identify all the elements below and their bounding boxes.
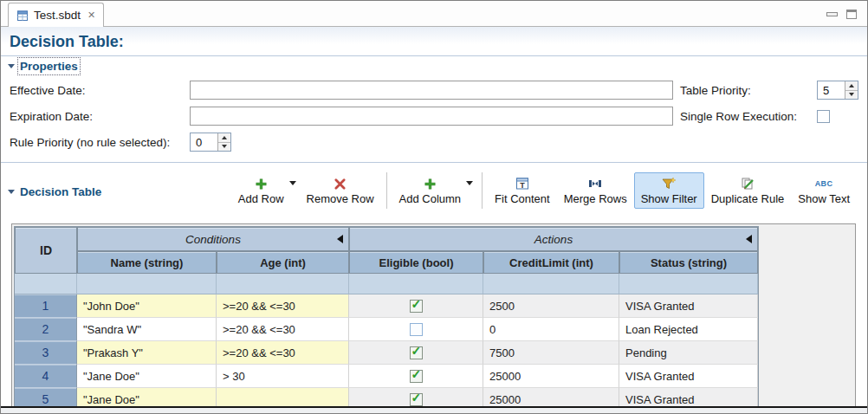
age-cell[interactable]: >=20 && <=30: [217, 341, 349, 365]
eligible-checkbox[interactable]: [410, 346, 423, 359]
abc-icon: ABC: [815, 176, 833, 191]
creditlimit-cell[interactable]: 7500: [483, 341, 619, 365]
row-id-cell[interactable]: 1: [15, 294, 77, 318]
merge-rows-button[interactable]: Merge Rows: [557, 172, 634, 209]
name-cell[interactable]: "Prakash Y": [77, 341, 217, 365]
arrow-up-icon: [849, 84, 854, 87]
row-id-cell[interactable]: 4: [15, 365, 77, 388]
expiration-date-label: Expiration Date:: [10, 110, 190, 123]
decision-table-section-label: Decision Table: [20, 185, 101, 198]
editor-tab[interactable]: Test.sbdt ✕: [8, 3, 104, 27]
name-cell[interactable]: "Sandra W": [77, 318, 217, 341]
name-cell[interactable]: "Jane Doe": [77, 365, 217, 388]
chevron-down-icon: [8, 190, 15, 194]
show-filter-button[interactable]: Show Filter: [634, 172, 704, 209]
single-row-execution-checkbox[interactable]: [817, 110, 830, 123]
properties-section-label: Properties: [20, 60, 78, 73]
filter-cell[interactable]: [15, 274, 77, 294]
creditlimit-cell[interactable]: 0: [483, 318, 619, 341]
show-text-button[interactable]: ABC Show Text: [791, 172, 857, 209]
filter-cell[interactable]: [217, 274, 349, 294]
single-row-execution-label: Single Row Execution:: [680, 110, 817, 123]
effective-date-label: Effective Date:: [10, 84, 190, 97]
duplicate-rule-button[interactable]: Duplicate Rule: [704, 172, 792, 209]
effective-date-input[interactable]: [190, 81, 673, 100]
row-id-cell[interactable]: 3: [15, 341, 77, 365]
toolbar-separator: [482, 172, 483, 209]
rule-priority-value[interactable]: 0: [191, 133, 217, 151]
arrow-down-icon: [222, 145, 227, 148]
rule-priority-spinner[interactable]: 0: [190, 133, 231, 152]
table-priority-label: Table Priority:: [680, 84, 817, 97]
eligible-checkbox[interactable]: [410, 393, 423, 406]
dropdown-arrow-icon[interactable]: [466, 181, 473, 185]
conditions-group-header[interactable]: Conditions: [77, 227, 349, 251]
id-column-header[interactable]: ID: [15, 227, 77, 274]
table-priority-spinner[interactable]: 5: [817, 81, 858, 100]
age-cell[interactable]: >=20 && <=30: [217, 318, 349, 341]
arrow-up-icon: [222, 136, 227, 139]
column-header-creditlimit[interactable]: CreditLimit (int): [483, 251, 619, 274]
age-cell[interactable]: >=20 && <=30: [217, 294, 349, 318]
add-icon: [255, 176, 268, 191]
status-cell[interactable]: VISA Granted: [619, 365, 758, 388]
add-column-button[interactable]: Add Column: [392, 172, 469, 209]
dropdown-arrow-icon[interactable]: [289, 181, 296, 185]
eligible-checkbox[interactable]: [410, 300, 423, 313]
tab-bar: Test.sbdt ✕: [1, 1, 867, 27]
status-cell[interactable]: VISA Granted: [619, 294, 758, 318]
status-cell[interactable]: Pending: [619, 341, 758, 365]
column-header-name[interactable]: Name (string): [77, 251, 217, 274]
expiration-date-input[interactable]: [190, 107, 673, 126]
spinner-up-button[interactable]: [845, 81, 858, 90]
eligible-cell[interactable]: [349, 365, 483, 388]
filter-cell[interactable]: [349, 274, 483, 294]
chevron-down-icon: [8, 64, 15, 68]
minimize-icon[interactable]: [826, 12, 838, 16]
row-id-cell[interactable]: 2: [15, 318, 77, 341]
eligible-cell[interactable]: [349, 294, 483, 318]
filter-icon: [662, 176, 676, 191]
creditlimit-cell[interactable]: 2500: [483, 294, 619, 318]
eligible-cell[interactable]: [349, 341, 483, 365]
spinner-down-button[interactable]: [218, 142, 230, 152]
filter-cell[interactable]: [483, 274, 619, 294]
column-header-status[interactable]: Status (string): [619, 251, 758, 274]
fit-content-button[interactable]: T Fit Content: [488, 172, 557, 209]
duplicate-icon: [741, 176, 755, 191]
eligible-checkbox[interactable]: [410, 370, 423, 383]
collapse-left-icon[interactable]: [337, 235, 343, 243]
tab-close-icon[interactable]: ✕: [87, 10, 95, 21]
rule-priority-label: Rule Priority (no rule selected):: [10, 136, 190, 149]
eligible-checkbox[interactable]: [410, 323, 423, 336]
tab-title: Test.sbdt: [34, 9, 81, 22]
actions-group-header[interactable]: Actions: [349, 227, 758, 251]
maximize-icon[interactable]: [846, 10, 857, 19]
decision-table-section-toggle[interactable]: Decision Table: [1, 163, 101, 218]
column-header-eligible[interactable]: Eligible (bool): [349, 251, 483, 274]
collapse-left-icon[interactable]: [746, 235, 752, 243]
spinner-up-button[interactable]: [218, 133, 230, 142]
remove-row-button[interactable]: Remove Row: [300, 172, 381, 209]
add-row-button[interactable]: Add Row: [231, 172, 291, 209]
creditlimit-cell[interactable]: 25000: [483, 365, 619, 388]
status-cell[interactable]: Loan Rejected: [619, 318, 758, 341]
editor-window: Test.sbdt ✕ Decision Table: Properties E…: [0, 0, 868, 414]
filter-cell[interactable]: [619, 274, 758, 294]
toolbar-separator: [386, 172, 387, 209]
spinner-down-button[interactable]: [845, 90, 858, 100]
merge-rows-icon: [588, 176, 602, 191]
arrow-down-icon: [849, 93, 854, 96]
eligible-cell[interactable]: [349, 318, 483, 341]
table-priority-value[interactable]: 5: [818, 81, 845, 99]
fit-content-icon: T: [515, 176, 529, 191]
svg-text:T: T: [520, 181, 525, 190]
filter-cell[interactable]: [77, 274, 217, 294]
column-header-age[interactable]: Age (int): [217, 251, 349, 274]
name-cell[interactable]: "John Doe": [77, 294, 217, 318]
decision-table-toolbar: Add Row Remove Row Add Column T: [231, 163, 867, 218]
properties-form: Effective Date: Table Priority: 5 Expira…: [1, 75, 867, 162]
age-cell[interactable]: > 30: [217, 365, 349, 388]
add-icon: [424, 176, 437, 191]
properties-section-toggle[interactable]: Properties: [1, 56, 867, 75]
